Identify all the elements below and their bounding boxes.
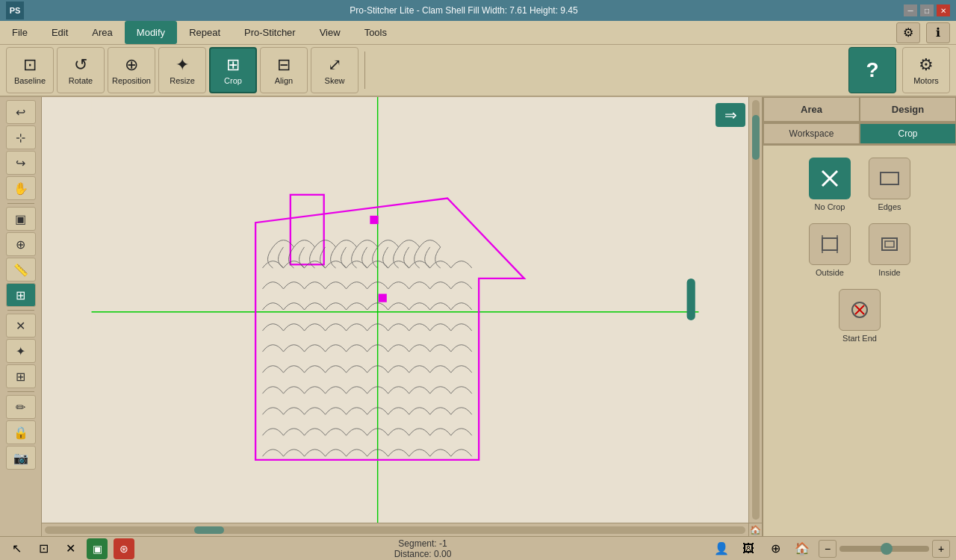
- rotate-button[interactable]: ↺ Rotate: [57, 47, 105, 93]
- crop-row-2: Outside Inside: [809, 223, 910, 277]
- svg-rect-14: [885, 241, 894, 247]
- edges-icon: [869, 158, 910, 199]
- zoom-slider[interactable]: [839, 546, 929, 552]
- home-status-icon[interactable]: 🏠: [792, 538, 813, 559]
- vscroll-indicator: [687, 279, 695, 320]
- svg-rect-4: [370, 216, 378, 224]
- hscroll-thumb[interactable]: [194, 526, 224, 534]
- title-text: Pro-Stitcher Lite - Clam Shell Fill Widt…: [24, 5, 904, 16]
- menubar: File Edit Area Modify Repeat Pro-Stitche…: [0, 21, 956, 45]
- redo-button[interactable]: ↪: [6, 151, 36, 175]
- left-sidebar: ↩ ⊹ ↪ ✋ ▣ ⊕ 📏 ⊞ ✕ ✦ ⊞ ✏ 🔒 📷: [0, 97, 42, 536]
- x-button[interactable]: ✕: [6, 314, 36, 337]
- home-corner-button[interactable]: 🏠: [748, 523, 762, 536]
- person-icon[interactable]: 👤: [711, 538, 732, 559]
- menu-tools[interactable]: Tools: [353, 21, 399, 44]
- ruler-button[interactable]: 📏: [6, 258, 36, 281]
- skew-button[interactable]: ⤢ Skew: [311, 47, 358, 93]
- start-end-option[interactable]: Start End: [839, 289, 881, 343]
- menu-modify[interactable]: Modify: [125, 21, 177, 44]
- menu-area[interactable]: Area: [80, 21, 124, 44]
- undo-button[interactable]: ↩: [6, 100, 36, 124]
- zoom-out-button[interactable]: −: [819, 540, 836, 558]
- motors-button[interactable]: ⚙ Motors: [902, 47, 950, 93]
- skew-icon: ⤢: [328, 55, 341, 75]
- select-box-icon[interactable]: ⊡: [33, 538, 54, 559]
- lock-button[interactable]: 🔒: [6, 420, 36, 444]
- statusbar: ↖ ⊡ ✕ ▣ ⊛ Segment: -1 Distance: 0.00 👤 🖼…: [0, 536, 956, 560]
- no-crop-option[interactable]: No Crop: [809, 158, 851, 211]
- inside-option[interactable]: Inside: [869, 223, 910, 277]
- reposition-button[interactable]: ⊕ Reposition: [108, 47, 155, 93]
- crop-row-1: No Crop Edges: [809, 158, 910, 211]
- resize-label: Resize: [170, 76, 195, 85]
- outside-label: Outside: [816, 268, 844, 277]
- help-button[interactable]: ?: [848, 47, 896, 93]
- crop-button[interactable]: ⊞ Crop: [209, 47, 257, 93]
- zoom-thumb[interactable]: [881, 543, 893, 555]
- menu-edit[interactable]: Edit: [40, 21, 80, 44]
- menu-file[interactable]: File: [0, 21, 40, 44]
- crop-row-3: Start End: [839, 289, 881, 343]
- nav-arrow-button[interactable]: ⇒: [716, 103, 745, 127]
- edges-label: Edges: [878, 202, 901, 211]
- crosshair-button[interactable]: ⊕: [6, 232, 36, 256]
- align-label: Align: [275, 76, 293, 85]
- crosshair-status-icon[interactable]: ✕: [60, 538, 81, 559]
- crop-icon: ⊞: [226, 55, 240, 75]
- svg-rect-12: [822, 238, 837, 250]
- outside-option[interactable]: Outside: [809, 223, 851, 277]
- inside-label: Inside: [878, 268, 900, 277]
- image-icon[interactable]: 🖼: [738, 538, 759, 559]
- pan-button[interactable]: ✋: [6, 176, 36, 200]
- rotate-icon: ↺: [74, 55, 87, 75]
- vscroll-track[interactable]: [752, 100, 760, 520]
- settings-icon[interactable]: ⚙: [896, 22, 920, 43]
- resize-button[interactable]: ✦ Resize: [158, 47, 206, 93]
- baseline-icon: ⊡: [23, 55, 37, 75]
- cursor-icon[interactable]: ↖: [6, 538, 27, 559]
- pen-button[interactable]: ✏: [6, 395, 36, 419]
- tab-area[interactable]: Area: [763, 97, 860, 122]
- maximize-button[interactable]: □: [920, 4, 934, 16]
- resize-icon: ✦: [176, 55, 189, 75]
- svg-rect-13: [882, 238, 897, 250]
- green-status-icon[interactable]: ▣: [87, 538, 108, 559]
- tab-design[interactable]: Design: [860, 97, 956, 122]
- svg-rect-11: [881, 172, 898, 184]
- toolbar: ⊡ Baseline ↺ Rotate ⊕ Reposition ✦ Resiz…: [0, 45, 956, 97]
- right-panel: Area Design Workspace Crop No Crop: [762, 97, 956, 536]
- crop-label: Crop: [224, 76, 242, 85]
- lasso-button[interactable]: ⊹: [6, 125, 36, 149]
- horizontal-scrollbar[interactable]: [42, 523, 748, 536]
- subtab-crop[interactable]: Crop: [860, 123, 956, 144]
- align-button[interactable]: ⊟ Align: [260, 47, 308, 93]
- svg-rect-0: [92, 97, 699, 523]
- start-end-label: Start End: [842, 334, 877, 343]
- vertical-scrollbar[interactable]: [748, 97, 762, 523]
- vscroll-thumb[interactable]: [752, 115, 760, 160]
- subtab-workspace[interactable]: Workspace: [763, 123, 860, 144]
- magic-button[interactable]: ✦: [6, 339, 36, 363]
- menu-view[interactable]: View: [308, 21, 353, 44]
- grid-button[interactable]: ⊞: [6, 364, 36, 388]
- close-button[interactable]: ✕: [937, 4, 950, 16]
- info-icon[interactable]: ℹ: [926, 22, 950, 43]
- right-tabs: Area Design: [763, 97, 956, 123]
- canvas-area[interactable]: ⇒ 🏠: [42, 97, 762, 536]
- menu-repeat[interactable]: Repeat: [177, 21, 232, 44]
- menu-prostitcher[interactable]: Pro-Stitcher: [232, 21, 308, 44]
- edges-option[interactable]: Edges: [869, 158, 910, 211]
- baseline-button[interactable]: ⊡ Baseline: [6, 47, 54, 93]
- motors-icon: ⚙: [919, 55, 934, 75]
- minimize-button[interactable]: ─: [904, 4, 917, 16]
- no-crop-label: No Crop: [815, 202, 845, 211]
- zoom-in-button[interactable]: +: [932, 540, 950, 558]
- hscroll-track[interactable]: [45, 526, 745, 534]
- right-subtabs: Workspace Crop: [763, 123, 956, 146]
- zoom-fit-icon[interactable]: ⊕: [765, 538, 786, 559]
- grid-select-button[interactable]: ⊞: [6, 283, 36, 307]
- select-region-button[interactable]: ▣: [6, 207, 36, 231]
- camera-button[interactable]: 📷: [6, 446, 36, 470]
- red-status-icon[interactable]: ⊛: [114, 538, 134, 559]
